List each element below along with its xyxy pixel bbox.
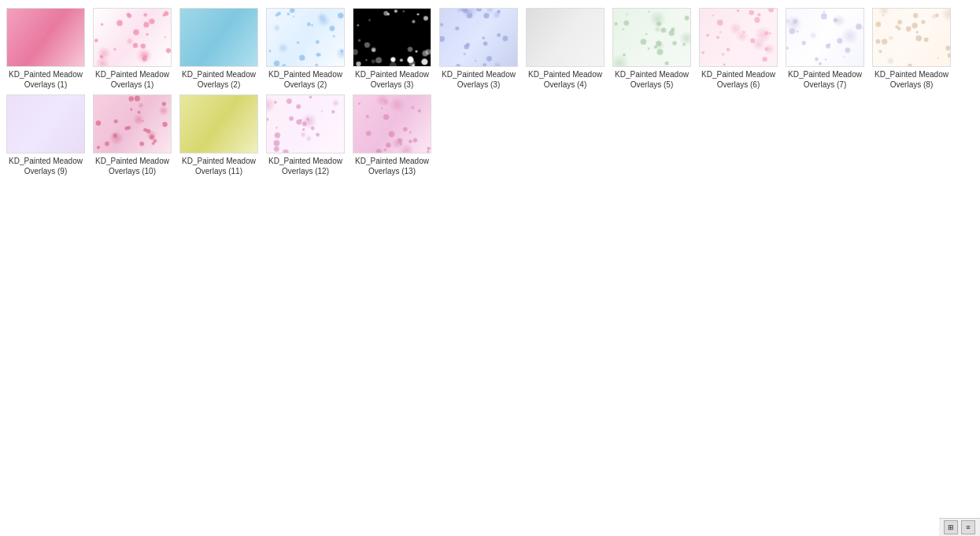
thumbnail-image (699, 8, 778, 67)
thumbnail-image (93, 8, 172, 67)
thumbnail-item-7[interactable]: KD_Painted Meadow Overlays (4) (523, 6, 608, 91)
list-view-button[interactable]: ≡ (961, 520, 975, 534)
thumbnail-image (872, 8, 951, 67)
thumbnail-image (612, 8, 691, 67)
thumbnail-label: KD_Painted Meadow Overlays (6) (697, 69, 779, 90)
thumbnail-item-6[interactable]: KD_Painted Meadow Overlays (3) (436, 6, 521, 91)
thumbnail-label: KD_Painted Meadow Overlays (9) (5, 156, 87, 176)
thumbnail-image (786, 8, 864, 67)
thumbnail-label: KD_Painted Meadow Overlays (1) (5, 69, 87, 90)
thumbnail-image (266, 8, 345, 67)
thumbnail-item-14[interactable]: KD_Painted Meadow Overlays (11) (176, 93, 261, 178)
thumbnail-label: KD_Painted Meadow Overlays (1) (91, 69, 173, 90)
thumbnail-label: KD_Painted Meadow Overlays (10) (91, 156, 173, 176)
thumbnail-label: KD_Painted Meadow Overlays (8) (871, 69, 952, 90)
thumbnail-label: KD_Painted Meadow Overlays (11) (178, 156, 260, 176)
thumbnail-item-1[interactable]: KD_Painted Meadow Overlays (1) (3, 6, 88, 91)
thumbnail-item-15[interactable]: KD_Painted Meadow Overlays (12) (263, 93, 348, 178)
thumbnail-image (526, 8, 605, 67)
thumbnail-item-10[interactable]: KD_Painted Meadow Overlays (7) (782, 6, 867, 91)
thumbnail-item-12[interactable]: KD_Painted Meadow Overlays (9) (3, 93, 88, 178)
thumbnail-label: KD_Painted Meadow Overlays (7) (784, 69, 866, 90)
thumbnail-item-4[interactable]: KD_Painted Meadow Overlays (2) (263, 6, 348, 91)
thumbnail-label: KD_Painted Meadow Overlays (2) (178, 69, 260, 90)
thumbnail-item-5[interactable]: KD_Painted Meadow Overlays (3) (349, 6, 435, 91)
thumbnail-grid: KD_Painted Meadow Overlays (1)KD_Painted… (0, 0, 980, 184)
thumbnail-label: KD_Painted Meadow Overlays (5) (611, 69, 693, 90)
thumbnail-image (353, 94, 431, 153)
thumbnail-item-9[interactable]: KD_Painted Meadow Overlays (6) (696, 6, 781, 91)
thumbnail-image (439, 8, 518, 67)
thumbnail-label: KD_Painted Meadow Overlays (4) (524, 69, 606, 90)
thumbnail-item-2[interactable]: KD_Painted Meadow Overlays (1) (90, 6, 175, 91)
thumbnail-image (93, 94, 172, 153)
thumbnail-label: KD_Painted Meadow Overlays (12) (264, 156, 346, 176)
thumbnail-image (6, 94, 85, 153)
thumbnail-label: KD_Painted Meadow Overlays (3) (351, 69, 433, 90)
thumbnail-item-8[interactable]: KD_Painted Meadow Overlays (5) (609, 6, 694, 91)
thumbnail-label: KD_Painted Meadow Overlays (2) (264, 69, 346, 90)
thumbnail-label: KD_Painted Meadow Overlays (3) (438, 69, 520, 90)
bottom-bar: ⊞ ≡ (939, 518, 980, 536)
thumbnail-label: KD_Painted Meadow Overlays (13) (351, 156, 433, 176)
thumbnail-image (266, 94, 345, 153)
thumbnail-item-13[interactable]: KD_Painted Meadow Overlays (10) (90, 93, 175, 178)
thumbnail-image (6, 8, 85, 67)
thumbnail-image (179, 8, 258, 67)
thumbnail-item-11[interactable]: KD_Painted Meadow Overlays (8) (869, 6, 954, 91)
thumbnail-item-3[interactable]: KD_Painted Meadow Overlays (2) (176, 6, 261, 91)
thumbnail-image (353, 8, 431, 67)
grid-view-button[interactable]: ⊞ (944, 520, 958, 534)
thumbnail-image (179, 94, 258, 153)
thumbnail-item-16[interactable]: KD_Painted Meadow Overlays (13) (349, 93, 435, 178)
